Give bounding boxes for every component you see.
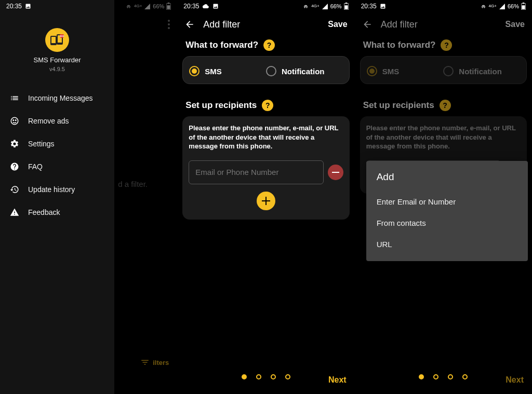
radio-sms[interactable]: SMS — [367, 66, 444, 76]
popup-option-contacts[interactable]: From contacts — [377, 212, 517, 234]
app-name: SMS Forwarder — [33, 56, 81, 64]
back-icon[interactable] — [362, 19, 373, 30]
signal-icon — [499, 3, 506, 10]
nav-item-label: Remove ads — [28, 117, 69, 125]
pager-dot[interactable] — [448, 374, 453, 379]
save-button[interactable]: Save — [328, 20, 347, 29]
screen-drawer: 20:35 4G+ 66% d a filter. ilters — [0, 0, 177, 394]
svg-rect-1 — [168, 3, 170, 4]
image-icon — [212, 3, 219, 9]
funnel-icon — [140, 358, 150, 367]
warning-icon — [9, 207, 20, 218]
svg-text:SMS: SMS — [60, 35, 64, 37]
status-bar-drawer: 20:35 — [0, 0, 114, 12]
nav-remove-ads[interactable]: Remove ads — [0, 110, 114, 132]
help-icon[interactable]: ? — [262, 100, 273, 111]
history-icon — [9, 184, 20, 195]
pager-dot[interactable] — [285, 374, 290, 379]
section-recipients: Set up recipients ? — [355, 97, 532, 116]
section-title: What to forward? — [185, 40, 258, 50]
action-bar: Add filter Save — [177, 12, 354, 36]
pager-dot[interactable] — [271, 374, 276, 379]
status-bar: 20:35 4G+ 66% — [355, 0, 532, 12]
status-bar: 20:35 4G+ 66% — [177, 0, 354, 12]
signal-icon — [322, 3, 328, 10]
add-popup: Add Enter Email or Number From contacts … — [366, 161, 528, 261]
remove-button[interactable] — [328, 165, 343, 180]
help-icon[interactable]: ? — [441, 39, 452, 51]
pager-dot[interactable] — [256, 374, 261, 379]
hotspot-icon — [480, 3, 487, 10]
pager-dot[interactable] — [433, 374, 438, 379]
drawer-header: SMS SMS Forwarder v4.9.5 — [0, 12, 114, 77]
status-time: 20:35 — [361, 3, 377, 10]
svg-point-13 — [13, 120, 14, 121]
radio-icon — [189, 66, 200, 76]
gear-icon — [9, 139, 20, 149]
radio-icon — [443, 66, 454, 76]
svg-rect-18 — [332, 172, 339, 173]
smile-icon — [9, 116, 20, 126]
filters-button[interactable]: ilters — [140, 358, 169, 367]
popup-title: Add — [377, 171, 517, 183]
plus-icon — [262, 197, 270, 205]
radio-sms[interactable]: SMS — [189, 66, 266, 76]
back-icon[interactable] — [184, 19, 195, 30]
minus-icon — [332, 172, 339, 173]
section-title: Set up recipients — [363, 100, 434, 111]
battery-percent: 66% — [508, 3, 519, 9]
svg-rect-17 — [344, 5, 348, 9]
section-what-to-forward: What to forward? ? — [177, 36, 354, 56]
nav-item-label: Update history — [28, 185, 75, 194]
add-button[interactable] — [257, 192, 275, 210]
svg-point-14 — [16, 120, 17, 121]
help-icon[interactable]: ? — [440, 100, 451, 111]
forward-type-card: SMS Notification — [360, 56, 527, 84]
nav-item-label: FAQ — [28, 162, 43, 171]
save-button[interactable]: Save — [506, 20, 525, 29]
nav-feedback[interactable]: Feedback — [0, 201, 114, 224]
radio-label: SMS — [205, 67, 222, 76]
app-logo: SMS — [45, 28, 69, 52]
recipient-input[interactable] — [189, 160, 323, 184]
svg-rect-23 — [522, 5, 525, 9]
radio-icon — [367, 66, 377, 76]
pager-dot[interactable] — [419, 374, 424, 379]
nav-update-history[interactable]: Update history — [0, 178, 114, 201]
app-version: v4.9.5 — [49, 66, 65, 72]
page-title: Add filter — [203, 19, 320, 30]
next-button[interactable]: Next — [506, 375, 524, 385]
popup-option-email[interactable]: Enter Email or Number — [377, 191, 517, 212]
page-title: Add filter — [381, 19, 497, 30]
nav-drawer: 20:35 SMS SMS Forwarder v4.9.5 — [0, 0, 114, 394]
svg-rect-20 — [262, 200, 270, 201]
help-icon[interactable]: ? — [263, 39, 275, 51]
recipients-card: Please enter the phone number, e-mail, o… — [182, 116, 349, 220]
nav-faq[interactable]: FAQ — [0, 155, 114, 178]
pager-dot[interactable] — [242, 374, 247, 379]
battery-percent: 66% — [330, 3, 342, 9]
popup-option-url[interactable]: URL — [377, 234, 517, 255]
image-icon — [380, 3, 386, 9]
instructions: Please enter the phone number, e-mail, o… — [366, 124, 521, 151]
help-icon — [9, 161, 20, 172]
nav-item-label: Feedback — [28, 208, 60, 216]
radio-notification[interactable]: Notification — [266, 66, 343, 76]
filters-label: ilters — [153, 359, 169, 366]
next-button[interactable]: Next — [328, 375, 347, 385]
nav-settings[interactable]: Settings — [0, 132, 114, 155]
nav-incoming[interactable]: Incoming Messages — [0, 87, 114, 110]
section-title: Set up recipients — [185, 100, 257, 111]
svg-point-12 — [11, 117, 18, 125]
pager-dot[interactable] — [462, 374, 468, 379]
svg-rect-7 — [51, 37, 56, 43]
battery-icon — [521, 3, 526, 10]
section-title: What to forward? — [363, 40, 436, 50]
list-icon — [9, 93, 20, 103]
radio-label: Notification — [459, 67, 502, 76]
network-label: 4G+ — [311, 4, 319, 8]
section-recipients: Set up recipients ? — [177, 97, 354, 116]
section-what-to-forward: What to forward? ? — [355, 36, 532, 56]
radio-notification[interactable]: Notification — [443, 66, 520, 76]
status-time: 20:35 — [183, 3, 199, 10]
